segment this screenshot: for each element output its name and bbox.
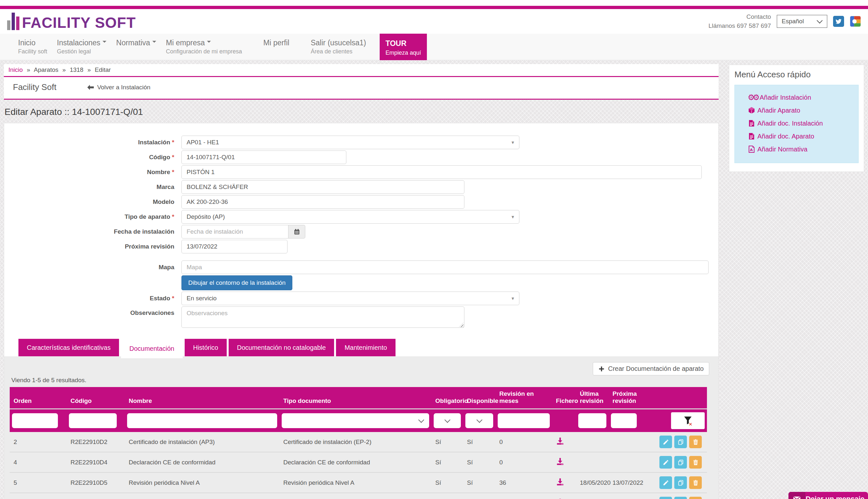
- pdf-icon: A: [748, 145, 755, 153]
- pencil-icon: [663, 459, 669, 466]
- nav-sublabel: Gestión legal: [57, 48, 106, 56]
- marca-input[interactable]: [181, 180, 464, 194]
- filter-tipo-documento-select[interactable]: [282, 413, 429, 428]
- table-row: 6 R2E22910D6 Revisión periódica Nivel B …: [10, 493, 707, 499]
- nav-item-mi-empresa[interactable]: Mi empresa Configuración de mi empresa: [166, 34, 242, 60]
- filter-revision-meses-input[interactable]: [498, 413, 550, 428]
- quick-link-add-normativa[interactable]: A Añadir Normativa: [748, 145, 807, 153]
- caret-down-icon: [102, 41, 106, 45]
- nombre-input[interactable]: [181, 166, 702, 179]
- calendar-icon: [294, 229, 300, 235]
- tab-historico[interactable]: Histórico: [185, 339, 227, 356]
- col-disponible[interactable]: Disponible: [463, 387, 495, 409]
- tab-documentacion[interactable]: Documentación: [121, 339, 183, 358]
- col-revision-meses[interactable]: Revisión en meses: [495, 387, 552, 409]
- col-nombre[interactable]: Nombre: [125, 387, 279, 409]
- tab-doc-no-catalogable[interactable]: Documentación no catalogable: [229, 339, 335, 356]
- tab-caracteristicas[interactable]: Características identificativas: [18, 339, 119, 356]
- nav-item-salir[interactable]: Salir (usucelsa1) Área de clientes: [311, 34, 366, 60]
- chat-widget[interactable]: Dejar un mensaje: [789, 492, 868, 499]
- duplicate-row-button[interactable]: [674, 456, 687, 468]
- brand-accent-bar: [0, 6, 868, 9]
- contact-label[interactable]: Contacto: [708, 12, 771, 22]
- brand-logo[interactable]: FACILITY SOFT: [7, 13, 136, 30]
- observaciones-textarea[interactable]: [181, 306, 464, 328]
- draw-outline-button[interactable]: Dibujar el contorno de la instalación: [181, 276, 292, 290]
- filter-nombre-input[interactable]: [127, 413, 277, 428]
- main-nav: Inicio Facility soft Instalaciones Gesti…: [0, 34, 868, 60]
- nav-item-normativa[interactable]: Normativa: [116, 34, 156, 60]
- clear-filters-button[interactable]: ✕: [671, 412, 705, 429]
- duplicate-row-button[interactable]: [674, 497, 687, 499]
- nav-item-tour[interactable]: TOUR Empieza aquí: [380, 34, 427, 60]
- quick-access-panel: Menú Acceso rápido ⚙⚙ Añadir Instalación…: [729, 65, 864, 172]
- edit-form-panel: Instalación AP01 - HE1 ▼ Código Nombre M…: [4, 123, 719, 499]
- delete-row-button[interactable]: [689, 436, 702, 448]
- filter-disponible-select[interactable]: [465, 413, 493, 428]
- download-file-button[interactable]: [556, 437, 564, 445]
- fecha-instalacion-input[interactable]: [181, 225, 288, 239]
- edit-row-button[interactable]: [659, 456, 672, 468]
- detail-tabs: Características identificativas Document…: [18, 339, 718, 356]
- filter-orden-input[interactable]: [12, 413, 58, 428]
- col-proxima-revision[interactable]: Próxima revisión: [609, 387, 639, 409]
- trash-icon: [692, 479, 699, 486]
- breadcrumb-aparatos: Aparatos: [34, 66, 58, 73]
- top-white-strip: [0, 0, 868, 6]
- nav-item-instalaciones[interactable]: Instalaciones Gestión legal: [57, 34, 106, 60]
- cell-proxima-revision: [609, 432, 639, 452]
- filter-codigo-input[interactable]: [69, 413, 117, 428]
- cell-orden: 4: [10, 452, 67, 473]
- quick-link-add-instalacion[interactable]: ⚙⚙ Añadir Instalación: [748, 94, 811, 101]
- delete-row-button[interactable]: [689, 497, 702, 499]
- quick-link-add-aparato[interactable]: Añadir Aparato: [748, 107, 800, 114]
- col-fichero[interactable]: Fichero: [552, 387, 576, 409]
- instalacion-select[interactable]: AP01 - HE1 ▼: [181, 136, 519, 149]
- quick-link-add-doc-instalacion[interactable]: Añadir doc. Instalación: [748, 119, 823, 127]
- col-codigo[interactable]: Código: [67, 387, 125, 409]
- edit-row-button[interactable]: [659, 476, 672, 489]
- caret-down-icon: [207, 41, 211, 45]
- modelo-input[interactable]: [181, 195, 464, 209]
- mapa-input[interactable]: [181, 260, 708, 274]
- col-ultima-revision[interactable]: Última revisión: [576, 387, 609, 409]
- calendar-button[interactable]: [288, 225, 305, 239]
- download-icon: [556, 457, 564, 466]
- download-file-button[interactable]: [556, 478, 564, 486]
- nav-item-inicio[interactable]: Inicio Facility soft: [18, 34, 47, 60]
- quick-access-box: ⚙⚙ Añadir Instalación Añadir Aparato Aña…: [734, 85, 859, 163]
- google-icon[interactable]: [850, 16, 861, 27]
- estado-select[interactable]: En servicio ▼: [181, 292, 519, 305]
- breadcrumb-separator: »: [87, 66, 91, 73]
- duplicate-row-button[interactable]: [674, 436, 687, 448]
- col-obligatorio[interactable]: Obligatorio: [431, 387, 463, 409]
- create-documentation-button[interactable]: Crear Documentación de aparato: [593, 362, 709, 375]
- edit-row-button[interactable]: [659, 497, 672, 499]
- edit-row-button[interactable]: [659, 436, 672, 448]
- tipo-aparato-select[interactable]: Depósito (AP) ▼: [181, 210, 519, 223]
- language-select[interactable]: Español: [777, 15, 827, 28]
- instalacion-label: Instalación: [4, 139, 181, 146]
- codigo-input[interactable]: [181, 150, 347, 164]
- observaciones-label: Observaciones: [4, 306, 181, 316]
- filter-obligatorio-select[interactable]: [434, 413, 461, 428]
- cell-codigo: R2E22910D5: [67, 473, 125, 493]
- filter-ultima-revision-input[interactable]: [578, 413, 606, 428]
- proxima-revision-input[interactable]: [181, 240, 288, 253]
- breadcrumb-inicio[interactable]: Inicio: [9, 66, 23, 73]
- tab-mantenimiento[interactable]: Mantenimiento: [336, 339, 395, 356]
- toolbar: Facility Soft Volver a Instalación: [4, 77, 719, 100]
- cell-orden: 5: [10, 473, 67, 493]
- col-tipo-documento[interactable]: Tipo documento: [279, 387, 431, 409]
- filter-proxima-revision-input[interactable]: [611, 413, 637, 428]
- twitter-icon[interactable]: [833, 16, 844, 27]
- duplicate-row-button[interactable]: [674, 476, 687, 489]
- col-orden[interactable]: Orden: [10, 387, 67, 409]
- breadcrumb-editar: Editar: [95, 66, 111, 73]
- quick-link-add-doc-aparato[interactable]: Añadir doc. Aparato: [748, 132, 814, 140]
- back-to-installation-link[interactable]: Volver a Instalación: [87, 84, 150, 91]
- delete-row-button[interactable]: [689, 476, 702, 489]
- delete-row-button[interactable]: [689, 456, 702, 468]
- download-file-button[interactable]: [556, 457, 564, 466]
- nav-item-mi-perfil[interactable]: Mi perfil: [263, 34, 289, 60]
